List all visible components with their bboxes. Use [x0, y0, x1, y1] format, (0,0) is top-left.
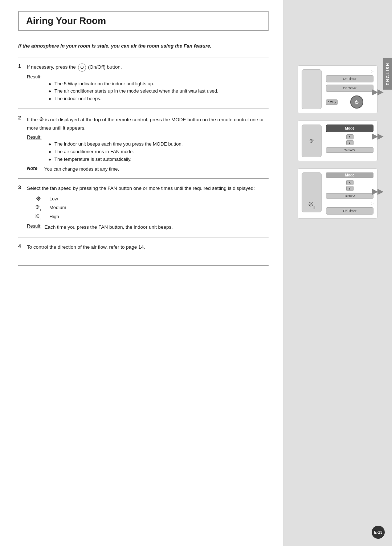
up-arrow-2: ∧	[346, 134, 354, 139]
remote-1: ▷ On Timer Off Timer 5 Way ⏻ ▶▶	[298, 65, 377, 113]
result-3: Result: Each time you press the FAN butt…	[27, 223, 269, 231]
down-arrow-2: ∨	[346, 140, 354, 145]
turbo-btn-3: Turbo/⊙	[326, 193, 373, 199]
fan-icon-medium: ❊|	[33, 204, 44, 211]
step-1-text: If necessary, press the ⏻ (On/Off) butto…	[27, 63, 122, 71]
divider-2	[18, 109, 269, 109]
fan-speed-low: ❊ Low	[33, 195, 269, 202]
remote-2-wrapper: ❊ Mode ∧ ∨ Turbo/⊙ ▶▶	[298, 121, 377, 161]
remote-2: ❊ Mode ∧ ∨ Turbo/⊙ ▶▶	[298, 121, 377, 161]
turbo-btn-2: Turbo/⊙	[326, 147, 373, 153]
step-4-text: To control the direction of the air flow…	[27, 243, 145, 251]
step-2-number: 2	[18, 115, 24, 121]
divider-5	[18, 265, 269, 266]
result-1-label: Result:	[27, 74, 41, 80]
note-2-label: Note	[27, 166, 41, 171]
result-1-item-1: The 5 Way indicator on the indoor unit l…	[49, 80, 269, 88]
fan-label-high: High	[49, 214, 59, 219]
divider-1	[18, 57, 269, 57]
result-1-item-2: The air conditioner starts up in the mod…	[49, 87, 269, 95]
main-content: Airing Your Room If the atmosphere in yo…	[0, 0, 283, 546]
remote-1-wrapper: ▷ On Timer Off Timer 5 Way ⏻ ▶▶	[298, 65, 377, 113]
right-panel: ENGLISH ▷ On Timer Off Timer 5 Way ⏻	[283, 0, 392, 546]
remote-2-left: ❊	[302, 125, 322, 157]
result-2-items: The indoor unit beeps each time you pres…	[49, 140, 269, 163]
arrow-indicator-3: ▶▶	[372, 187, 383, 196]
result-1-item-3: The indoor unit beeps.	[49, 95, 269, 103]
step-1: 1 If necessary, press the ⏻ (On/Off) but…	[18, 63, 269, 103]
step-4: 4 To control the direction of the air fl…	[18, 243, 269, 251]
result-2-item-2: The air conditioner runs in FAN mode.	[49, 148, 269, 156]
fan-label-medium: Medium	[49, 205, 66, 210]
step-3-text: Select the fan speed by pressing the FAN…	[27, 184, 255, 192]
power-button-1: ⏻	[350, 95, 363, 109]
page-title: Airing Your Room	[18, 11, 269, 31]
step-1-number: 1	[18, 63, 24, 69]
on-timer-btn-3: On Timer	[326, 207, 373, 215]
mode-button-2: Mode	[326, 125, 373, 132]
onoff-icon: ⏻	[78, 64, 86, 72]
arrows-2: ∧ ∨	[326, 134, 373, 145]
arrows-3: ∧ ∨	[326, 180, 373, 191]
arrow-indicator-1: ▶▶	[372, 87, 383, 96]
result-1-items: The 5 Way indicator on the indoor unit l…	[49, 80, 269, 103]
on-timer-btn-1: On Timer	[326, 75, 373, 82]
remote-1-right: ▷ On Timer Off Timer 5 Way ⏻	[324, 69, 373, 109]
arrow-indicator-2: ▶▶	[372, 132, 383, 140]
result-3-label: Result:	[27, 223, 41, 229]
step-3: 3 Select the fan speed by pressing the F…	[18, 184, 269, 231]
remote-3-left: ❊||	[302, 172, 322, 212]
result-3-text: Each time you press the FAN button, the …	[44, 223, 172, 231]
step-2-text: If the ❊ is not displayed at the top of …	[27, 115, 269, 132]
five-way-label: 5 Way	[326, 99, 338, 105]
note-2-text: You can change modes at any time.	[44, 166, 119, 173]
remote-3-right: Mode ∧ ∨ Turbo/⊙ ▷ On Timer	[324, 172, 373, 215]
intro-text: If the atmosphere in your room is stale,…	[18, 42, 269, 50]
result-2-item-1: The indoor unit beeps each time you pres…	[49, 140, 269, 148]
fan-label-low: Low	[49, 196, 58, 201]
fan-speed-table: ❊ Low ❊| Medium ❊|| High	[33, 195, 269, 220]
off-timer-btn-1: Off Timer	[326, 85, 373, 92]
down-arrow-3: ∨	[346, 186, 354, 191]
mode-btn-3: Mode	[326, 172, 373, 178]
page-number: E-13	[372, 526, 385, 539]
remote-3: ❊|| Mode ∧ ∨ Turbo/⊙ ▷ On Timer ▶▶	[298, 168, 377, 219]
remote-1-left	[302, 69, 322, 109]
result-2-item-3: The temperature is set automatically.	[49, 156, 269, 163]
step-3-number: 3	[18, 184, 24, 190]
fan-icon-high: ❊||	[33, 213, 44, 220]
up-arrow-3: ∧	[346, 180, 354, 185]
divider-3	[18, 178, 269, 179]
fan-icon-low: ❊	[33, 195, 44, 202]
remote-3-wrapper: ❊|| Mode ∧ ∨ Turbo/⊙ ▷ On Timer ▶▶	[298, 168, 377, 219]
step-2: 2 If the ❊ is not displayed at the top o…	[18, 115, 269, 172]
fan-speed-high: ❊|| High	[33, 213, 269, 220]
remote-2-right: Mode ∧ ∨ Turbo/⊙	[324, 125, 373, 153]
divider-4	[18, 237, 269, 237]
result-2-label: Result:	[27, 134, 41, 140]
step-4-number: 4	[18, 243, 24, 249]
note-2: Note You can change modes at any time.	[27, 166, 269, 173]
fan-speed-medium: ❊| Medium	[33, 204, 269, 211]
english-tab: ENGLISH	[383, 58, 392, 90]
